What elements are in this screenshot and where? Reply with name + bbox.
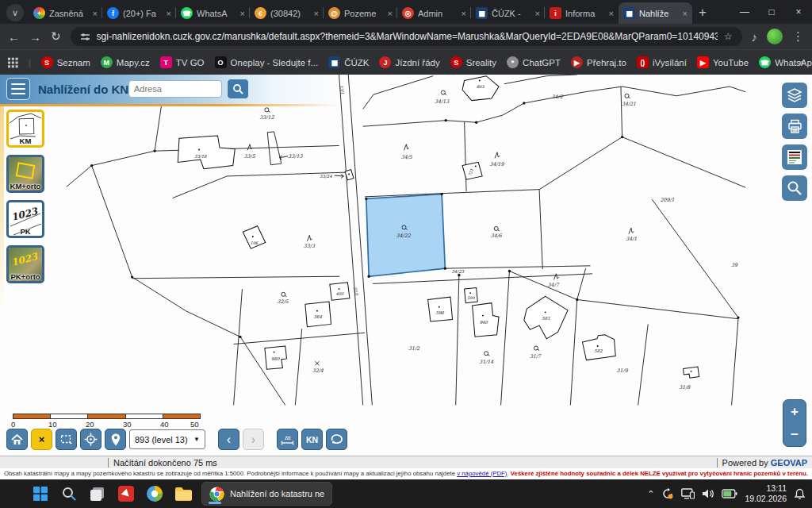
layer-button-km[interactable]: KM [6, 110, 44, 148]
locate-button[interactable] [80, 429, 102, 450]
folder-icon [174, 487, 193, 502]
file-explorer-button[interactable] [173, 483, 193, 504]
maximize-button[interactable]: □ [758, 6, 785, 17]
bookmarks-list: SSeznamMMapy.czTTV GOOOneplay - Sledujte… [41, 56, 788, 68]
tab-close-icon[interactable]: × [388, 9, 393, 18]
start-button[interactable] [30, 483, 51, 504]
bookmark-star-icon[interactable]: ☆ [724, 31, 733, 42]
select-rectangle-button[interactable] [56, 429, 77, 450]
building-dot [252, 236, 254, 237]
bookmark-tv-go[interactable]: TTV GO [160, 56, 205, 68]
tab-close-icon[interactable]: × [535, 9, 540, 18]
battery-tray-icon[interactable] [722, 489, 737, 498]
bookmark-p-ehraj-to[interactable]: ▶Přehraj.to [571, 56, 626, 68]
tab-search-chevron-icon[interactable]: ∨ [6, 4, 24, 21]
browser-tab-zasn-n[interactable]: +Zasněná× [29, 2, 102, 24]
parcel-boundary [234, 333, 366, 344]
browser-tab-informa[interactable]: iInforma× [545, 2, 619, 24]
devices-tray-icon[interactable] [681, 488, 695, 499]
boundary-node [445, 119, 447, 121]
reading-list-icon[interactable]: ♪ [752, 30, 758, 44]
bookmark-youtube[interactable]: ▶YouTube [697, 56, 749, 68]
browser-menu-icon[interactable]: ⋮ [792, 29, 804, 44]
parcel-boundary [234, 289, 243, 405]
bookmark-j-zdn-dy[interactable]: JJízdní řády [379, 56, 439, 68]
bookmark-ivys-l-n[interactable]: ()iVysílání [637, 56, 687, 68]
layer-button-pk[interactable]: 1023PK [6, 200, 44, 238]
tab-close-icon[interactable]: × [609, 9, 614, 18]
parcel-number: 34/23 [451, 269, 464, 274]
paint-app-button[interactable] [144, 483, 165, 504]
lasso-select-button[interactable] [326, 429, 347, 450]
point-marker-button[interactable] [105, 429, 126, 450]
geovap-brand[interactable]: GEOVAP [771, 458, 807, 468]
address-search-button[interactable] [227, 79, 249, 99]
home-button[interactable] [6, 429, 28, 450]
help-pdf-link[interactable]: v nápovědě (PDF) [457, 470, 507, 477]
tab-close-icon[interactable]: × [314, 9, 319, 18]
measure-button[interactable]: m [277, 429, 298, 450]
powered-by: Powered by GEOVAP [717, 458, 807, 468]
zoom-out-button[interactable]: − [783, 423, 806, 446]
history-back-button[interactable]: ‹ [218, 429, 239, 450]
browser-tab-zk[interactable]: ▦ČÚZK -× [471, 2, 545, 24]
task-view-button[interactable] [87, 483, 108, 504]
menu-button[interactable] [6, 78, 30, 100]
movies-app-button[interactable] [116, 483, 136, 504]
bookmark-zk[interactable]: ▦ČÚZK [328, 56, 369, 68]
bookmark-seznam[interactable]: SSeznam [41, 56, 90, 68]
profile-avatar[interactable] [767, 29, 783, 44]
taskbar-clock[interactable]: 13:11 19.02.2026 [745, 483, 787, 504]
map-canvas[interactable]: 33/1810689372136440059859994058158298033… [0, 75, 812, 456]
minimize-button[interactable]: — [731, 6, 758, 17]
legend-button[interactable] [782, 144, 807, 170]
sync-tray-icon[interactable] [661, 487, 674, 500]
parcel-boundary [652, 199, 738, 318]
new-tab-button[interactable]: + [699, 5, 707, 21]
tray-chevron-icon[interactable]: ⌃ [647, 489, 654, 499]
layer-button-pk-orto[interactable]: 1023PK+orto [6, 245, 44, 283]
zoom-window-button[interactable] [782, 175, 807, 201]
browser-tab-20-fa[interactable]: f(20+) Fa× [102, 2, 176, 24]
forward-icon[interactable]: → [29, 30, 41, 44]
layer-button-km-orto[interactable]: KM+orto [6, 155, 44, 193]
building-number: 581 [542, 316, 550, 321]
reload-icon[interactable]: ↻ [51, 29, 61, 44]
bookmark-oneplay-sledujte-f[interactable]: OOneplay - Sledujte f... [215, 56, 319, 68]
clear-selection-button[interactable]: × [31, 429, 52, 450]
browser-tab-admin[interactable]: ◎Admin× [397, 2, 471, 24]
browser-tab-pozeme[interactable]: @Pozeme× [324, 2, 397, 24]
bookmark-mapy-cz[interactable]: MMapy.cz [101, 56, 150, 68]
back-icon[interactable]: ← [8, 30, 20, 44]
level-select[interactable]: 893 (level 13) ▼ [129, 429, 205, 449]
print-button[interactable] [782, 114, 807, 139]
tab-close-icon[interactable]: × [462, 9, 466, 18]
browser-tab-whatsa[interactable]: ☎WhatsA× [176, 2, 250, 24]
layers-button[interactable] [782, 83, 807, 108]
url-bar[interactable]: sgi-nahlizenidokn.cuzk.gov.cz/marushka/d… [71, 27, 742, 46]
close-window-button[interactable]: × [785, 6, 812, 17]
bookmarks-overflow-icon[interactable]: » [799, 56, 804, 68]
tab-close-icon[interactable]: × [240, 9, 245, 18]
taskbar-search-button[interactable] [59, 483, 79, 504]
layer-thumb-text: 1023 [10, 251, 39, 268]
system-tray: ⌃ 1 [647, 483, 812, 504]
parcel-number: 34/21 [622, 101, 636, 106]
volume-tray-icon[interactable] [702, 488, 714, 499]
chrome-app-window-button[interactable]: Nahlížení do katastru ne [201, 482, 332, 506]
tab-close-icon[interactable]: × [93, 9, 98, 18]
apps-grid-icon[interactable] [8, 57, 18, 68]
bookmark-sreality[interactable]: SSreality [450, 56, 496, 68]
tree-symbol [247, 144, 252, 151]
parcel-boundary [445, 266, 590, 268]
notification-bell-icon[interactable] [794, 488, 806, 500]
tab-close-icon[interactable]: × [167, 9, 171, 18]
browser-tab-nahl-e[interactable]: ▦Nahlíže× [619, 2, 692, 24]
browser-tab-30842[interactable]: €(30842)× [250, 2, 324, 24]
tab-close-icon[interactable]: × [683, 9, 688, 18]
kn-info-button[interactable]: KN [301, 429, 323, 450]
address-search-input[interactable] [128, 80, 222, 98]
zoom-in-button[interactable]: + [783, 400, 806, 423]
history-forward-button[interactable]: › [243, 429, 264, 450]
bookmark-chatgpt[interactable]: *ChatGPT [507, 56, 561, 68]
